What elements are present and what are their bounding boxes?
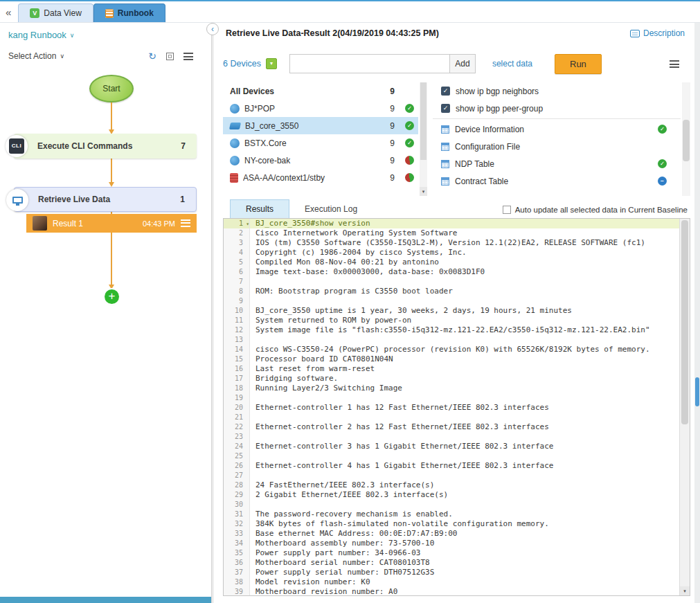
- data-table-label: Contract Table: [455, 177, 652, 186]
- data-table-item[interactable]: Contract Table−: [433, 172, 681, 190]
- devices-dropdown-arrow-icon[interactable]: ▾: [266, 58, 277, 69]
- node-count: 1: [180, 195, 196, 204]
- tab-runbook[interactable]: Runbook: [93, 3, 165, 22]
- console-output: 1▾BJ_core_3550#show version2Cisco Intern…: [224, 219, 679, 595]
- scrollbar-thumb[interactable]: [683, 120, 690, 161]
- device-row[interactable]: BJ*POP9✓: [223, 100, 418, 117]
- add-node-button[interactable]: +: [105, 289, 119, 304]
- node-retrieve-live-data[interactable]: Retrieve Live Data 1: [14, 187, 197, 212]
- scroll-down-icon[interactable]: ▾: [680, 586, 690, 595]
- status-partial-icon: [405, 173, 414, 182]
- run-button[interactable]: Run: [555, 54, 602, 74]
- flow-menu-icon[interactable]: [183, 53, 193, 60]
- all-devices-label: All Devices: [230, 87, 379, 96]
- device-count: 9: [384, 138, 395, 148]
- scrollbar-thumb[interactable]: [681, 220, 688, 424]
- node-execute-cli-commands[interactable]: CLI Execute CLI Commands 7: [14, 134, 197, 159]
- router-icon: [230, 138, 240, 148]
- start-node[interactable]: Start: [89, 75, 134, 102]
- code-text: Motherboard assembly number: 73-5700-10: [250, 539, 679, 548]
- result-item[interactable]: Result 1 04:43 PM: [26, 214, 197, 233]
- description-label: Description: [643, 28, 685, 38]
- runbook-icon: [105, 9, 114, 18]
- code-text: Motherboard serial number: CAT080103T8: [250, 558, 679, 568]
- code-text: 384K bytes of flash-simulated non-volati…: [250, 519, 679, 529]
- select-data-link[interactable]: select data: [492, 59, 532, 69]
- tab-runbook-label: Runbook: [118, 8, 154, 18]
- result-time: 04:43 PM: [143, 219, 175, 228]
- result-label: Result 1: [53, 219, 83, 228]
- console-scrollbar[interactable]: ▾: [679, 219, 690, 595]
- device-count: 9: [384, 104, 395, 114]
- runbook-selector-label: kang Runbook: [8, 30, 66, 40]
- runbook-panel: kang Runbook ∨ Select Action ∨ ↻ Start C…: [0, 23, 212, 603]
- device-row[interactable]: ASA-AA/context1/stby9: [223, 169, 418, 186]
- refresh-icon[interactable]: ↻: [148, 51, 156, 62]
- table-icon: [441, 125, 449, 134]
- device-list-header[interactable]: All Devices 9: [223, 82, 418, 100]
- code-text: BJ_core_3550 uptime is 1 year, 30 weeks,…: [250, 306, 679, 316]
- fit-screen-icon[interactable]: [166, 53, 174, 60]
- top-tab-bar: « V Data View Runbook: [0, 0, 700, 23]
- line-number: 16: [224, 364, 250, 374]
- description-link[interactable]: Description: [630, 28, 685, 38]
- runbook-selector[interactable]: kang Runbook ∨: [8, 30, 74, 40]
- window-right-strip: [694, 23, 700, 603]
- command-label: show ip bgp neighbors: [456, 87, 667, 96]
- code-line: 10BJ_core_3550 uptime is 1 year, 30 week…: [224, 306, 679, 316]
- device-search-input[interactable]: [289, 54, 450, 73]
- tab-execution-log[interactable]: Execution Log: [289, 199, 373, 218]
- device-name: BJ*POP: [244, 104, 379, 114]
- code-line: 36Motherboard serial number: CAT080103T8: [224, 558, 679, 568]
- scrollbar-thumb[interactable]: [420, 82, 427, 160]
- line-number: 32: [224, 519, 250, 529]
- devices-dropdown-label: 6 Devices: [223, 59, 261, 69]
- code-text: Image text-base: 0x00003000, data-base: …: [250, 267, 679, 277]
- flow-arrow: [111, 102, 112, 130]
- line-number: 7: [224, 277, 250, 287]
- line-number: 11: [224, 316, 250, 325]
- code-text: Processor board ID CAT0801N04N: [250, 354, 679, 364]
- auto-update-checkbox[interactable]: [503, 206, 511, 214]
- line-number: 22: [224, 422, 250, 432]
- line-number: 35: [224, 548, 250, 558]
- result-menu-icon[interactable]: [181, 219, 190, 227]
- firewall-icon: [230, 173, 238, 183]
- device-list-scrollbar[interactable]: ▾: [420, 82, 427, 196]
- devices-dropdown[interactable]: 6 Devices ▾: [223, 58, 277, 69]
- scroll-down-icon[interactable]: ▾: [420, 187, 427, 196]
- data-list-scrollbar[interactable]: [682, 82, 690, 196]
- flow-horizontal-scrollbar[interactable]: [0, 597, 211, 603]
- code-line: 5Compiled Mon 08-Nov-04 00:21 by antonin…: [224, 258, 679, 267]
- code-text: System image file is "flash:c3550-i5q312…: [250, 325, 679, 335]
- code-line: 6Image text-base: 0x00003000, data-base:…: [224, 267, 679, 277]
- device-row[interactable]: BJ_core_35509✓: [223, 117, 418, 134]
- line-number: 1▾: [224, 219, 250, 228]
- device-row[interactable]: BSTX.Core9✓: [223, 134, 418, 152]
- device-row[interactable]: NY-core-bak9: [223, 152, 418, 169]
- right-strip-handle[interactable]: [695, 377, 699, 406]
- code-line: 38Model revision number: K0: [224, 577, 679, 587]
- code-line: 7: [224, 277, 679, 287]
- collapse-left-icon[interactable]: «: [6, 6, 11, 18]
- tab-data-view[interactable]: V Data View: [18, 3, 93, 22]
- command-item[interactable]: ✓show ip bgp peer-group: [433, 100, 681, 117]
- data-table-item[interactable]: Configuration File: [433, 138, 681, 155]
- panel-collapse-button[interactable]: ‹: [206, 23, 219, 35]
- tab-results[interactable]: Results: [230, 199, 289, 218]
- auto-update-option[interactable]: Auto update all selected data in Current…: [503, 206, 688, 214]
- panel-menu-icon[interactable]: [670, 60, 679, 68]
- code-line: 15Processor board ID CAT0801N04N: [224, 354, 679, 364]
- node-label: Retrieve Live Data: [38, 195, 110, 204]
- action-selector[interactable]: Select Action ∨: [8, 51, 64, 61]
- code-line: 14cisco WS-C3550-24 (PowerPC) processor …: [224, 345, 679, 354]
- command-item[interactable]: ✓show ip bgp neighbors: [433, 82, 681, 100]
- results-console[interactable]: 1▾BJ_core_3550#show version2Cisco Intern…: [223, 218, 690, 596]
- data-view-icon: V: [30, 8, 39, 18]
- data-table-item[interactable]: Device Information✓: [433, 120, 681, 138]
- code-line: 26Ethernet-controller 4 has 1 Gigabit Et…: [224, 461, 679, 471]
- fold-icon[interactable]: ▾: [246, 219, 249, 229]
- code-line: 23: [224, 432, 679, 442]
- data-table-item[interactable]: NDP Table✓: [433, 155, 681, 172]
- add-button[interactable]: Add: [449, 54, 476, 73]
